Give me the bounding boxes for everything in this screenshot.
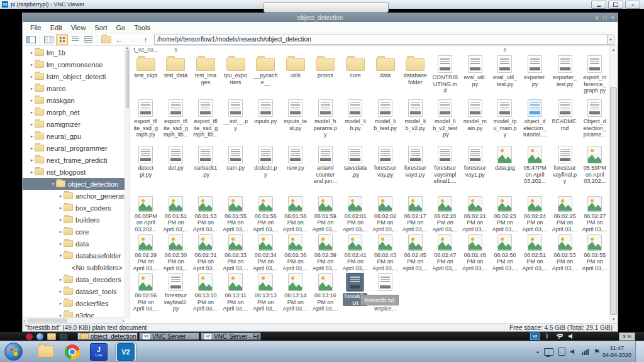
expander-icon[interactable]: ▸ — [29, 170, 35, 175]
file-item[interactable]: 06:02:41PM onApril 03,... — [340, 233, 370, 272]
tree-item-morph_net[interactable]: ▸morph_net — [23, 106, 125, 118]
file-item[interactable]: forestsurvay3.py — [400, 144, 430, 194]
file-item[interactable]: export_tflite_ssd_graph.py — [131, 97, 161, 144]
file-item[interactable]: 06:02:27PM onApril 03,... — [580, 194, 610, 233]
file-item[interactable]: databasefolder — [400, 53, 430, 97]
file-item[interactable]: det.py — [161, 144, 191, 194]
menu-file[interactable]: File — [26, 24, 46, 31]
file-item[interactable]: model_lib_v2.py — [400, 97, 430, 144]
menu-sort[interactable]: Sort — [90, 24, 111, 31]
file-item-selected[interactable]: forestdb.txt — [340, 272, 370, 317]
jlink-taskbar-button[interactable]: JLink — [89, 343, 109, 361]
menu-tools[interactable]: Tools — [130, 24, 155, 31]
tree-item-data[interactable]: ▸data — [23, 238, 125, 250]
tree-item-core[interactable]: ▸core — [23, 226, 125, 238]
file-item[interactable]: 06:02:45PM onApril 03,... — [400, 233, 430, 272]
expander-icon[interactable]: ▸ — [58, 194, 64, 199]
expander-icon[interactable]: ▸ — [29, 122, 35, 127]
expander-icon[interactable]: ▾ — [50, 182, 56, 187]
start-button[interactable] — [4, 343, 23, 361]
file-item[interactable]: 06:00PMon April03,202... — [131, 194, 161, 233]
vnc-toolbar-tab[interactable] — [264, 2, 389, 13]
detail-view-button[interactable] — [82, 34, 94, 45]
tray-clock[interactable]: 11:47 04-04-2020 — [602, 345, 631, 359]
home-button[interactable] — [100, 34, 112, 45]
file-item[interactable]: 06:02:39PM onApril 03,... — [311, 233, 341, 272]
tree-item-maskgan[interactable]: ▸maskgan — [23, 94, 125, 106]
file-item[interactable]: export_inference_graph.py — [580, 53, 610, 97]
file-item[interactable]: dcdcdc.py — [250, 144, 280, 194]
menu-edit[interactable]: Edit — [46, 24, 67, 31]
file-item[interactable]: 05:59PMon April03,202... — [580, 144, 610, 194]
expander-icon[interactable]: ▸ — [29, 74, 35, 79]
volume-icon[interactable] — [569, 334, 575, 339]
menu-view[interactable]: View — [67, 24, 91, 31]
file-item[interactable]: model_main.py — [460, 97, 491, 144]
file-item[interactable]: CONTRIBUTING.md — [430, 53, 460, 97]
file-item[interactable]: carback1.py — [191, 144, 221, 194]
expander-icon[interactable]: ▸ — [29, 146, 35, 151]
file-item[interactable]: export_tflite_ssd_graph_lib... — [161, 97, 191, 144]
file-item[interactable]: wspice... — [370, 272, 401, 317]
icon-view-button[interactable] — [56, 34, 68, 45]
file-item[interactable]: 06:02:25PM onApril 03,... — [550, 194, 580, 233]
file-item[interactable]: README.md — [550, 97, 580, 144]
file-item[interactable]: model_lib_test.py — [370, 97, 401, 144]
tree-item-lstm_object_detecti[interactable]: ▸lstm_object_detecti — [23, 70, 125, 82]
expander-icon[interactable]: ▸ — [29, 110, 35, 115]
tree-item-marco[interactable]: ▸marco — [23, 82, 125, 94]
file-item[interactable]: detectpi.py — [131, 144, 161, 194]
file-item[interactable]: 06:13:14PM onApril 03,... — [280, 272, 311, 317]
scroll-down-icon[interactable]: ▼ — [609, 315, 618, 323]
path-input[interactable]: /home/pi/tensorflow1/models/research/obj… — [154, 35, 608, 45]
file-item[interactable]: forestsurvayfinal2.py — [161, 272, 191, 317]
file-item[interactable]: forestsurvay.py — [370, 144, 401, 194]
fm-titlebar[interactable]: object_detection ∨ □ × — [23, 13, 618, 22]
tree-item-box_coders[interactable]: ▸box_coders — [23, 202, 125, 214]
file-item[interactable]: 06:02:56PM onApril 03,... — [131, 272, 161, 317]
raspberry-menu-icon[interactable] — [26, 333, 33, 340]
expander-icon[interactable]: ▸ — [29, 98, 35, 103]
fm-maximize-button[interactable]: □ — [603, 14, 606, 21]
tree-item-g3doc[interactable]: ▸g3doc — [23, 309, 125, 318]
expander-icon[interactable]: ▸ — [58, 301, 64, 306]
file-item[interactable]: 06:02:51PM onApril 03,... — [520, 233, 550, 272]
file-item[interactable]: exporter_test.py — [550, 53, 580, 97]
scroll-left-icon[interactable]: ◂ — [23, 319, 25, 322]
tree-item-anchor_generators[interactable]: ▸anchor_generators — [23, 190, 125, 202]
file-item[interactable]: model_hparams.py — [311, 97, 341, 144]
dual-pane-view-button[interactable] — [43, 34, 55, 45]
explorer-taskbar-button[interactable] — [36, 343, 56, 361]
file-item[interactable]: exporter.py — [520, 53, 550, 97]
expander-icon[interactable]: ▸ — [58, 277, 64, 282]
close-button[interactable]: × — [625, 1, 640, 9]
file-item[interactable]: 06:01:55PM onApril 03,... — [221, 194, 251, 233]
tree-item-dataset_tools[interactable]: ▸dataset_tools — [23, 285, 125, 297]
file-item[interactable]: 06:02:33PM onApril 03,... — [221, 233, 251, 272]
expander-icon[interactable]: ▸ — [58, 217, 64, 222]
file-item[interactable]: __init__.py — [221, 97, 251, 144]
path-dropdown-icon[interactable]: ▾ — [608, 35, 614, 45]
file-item[interactable]: 06:02:36PM onApril 03,... — [280, 233, 311, 272]
file-item[interactable]: 06:01:51PM onApril 03,... — [161, 194, 191, 233]
task-button-2[interactable]: V2VNC Server — [139, 332, 199, 340]
file-item[interactable]: inputs_test.py — [280, 97, 311, 144]
file-item[interactable]: Object_detection_picame... — [580, 97, 610, 144]
file-item[interactable]: core — [340, 53, 370, 97]
file-item[interactable]: 06:02:48PM onApril 03,... — [460, 233, 491, 272]
minimize-button[interactable] — [591, 1, 606, 9]
file-item[interactable]: 06:02:23PM onApril 03,... — [490, 194, 520, 233]
tree-item-dockerfiles[interactable]: ▸dockerfiles — [23, 297, 125, 309]
file-item[interactable]: utils — [280, 53, 311, 97]
hidden-icons-icon[interactable]: ▴ — [536, 349, 539, 354]
tree-item-neural_programmer[interactable]: ▸neural_programmer — [23, 142, 125, 154]
web-browser-icon[interactable] — [36, 333, 43, 340]
menu-go[interactable]: Go — [112, 24, 130, 31]
task-button-1[interactable]: object_detection — [77, 332, 138, 340]
file-item[interactable]: 06:02:31PM onApril 03,... — [191, 233, 221, 272]
file-item[interactable]: object_detection_tutorial.... — [520, 97, 550, 144]
file-item[interactable]: __pycache__ — [250, 53, 280, 97]
file-item[interactable]: model_tpu_main.py — [490, 97, 520, 144]
file-item[interactable]: 06:13:11PM onApril 03,... — [221, 272, 251, 317]
side-pane-toggle-button[interactable] — [25, 34, 37, 45]
